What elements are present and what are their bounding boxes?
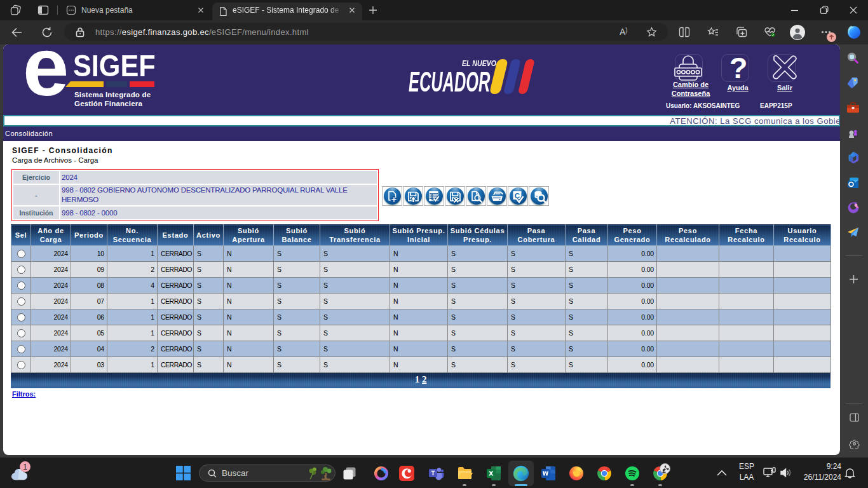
svg-text:C: C <box>515 192 520 200</box>
